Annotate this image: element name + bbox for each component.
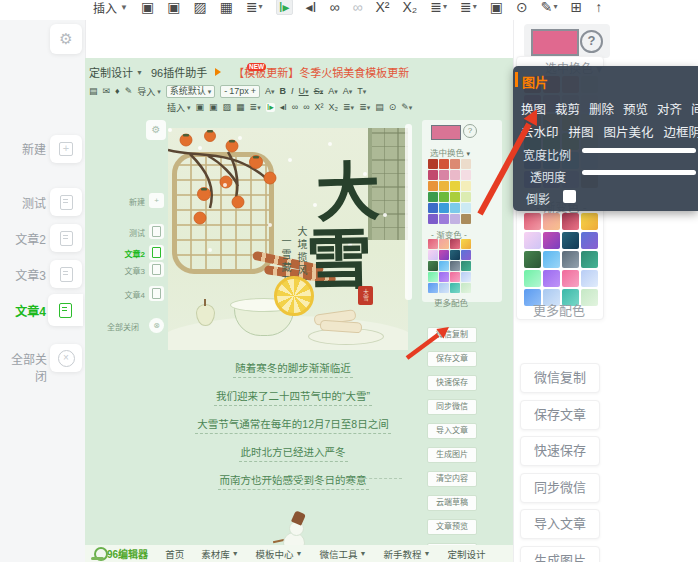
paste-icon: ▤ <box>89 87 98 96</box>
gradient-swatch[interactable] <box>562 213 579 230</box>
gradient-swatch[interactable] <box>581 270 598 287</box>
window-lattice-artwork <box>172 152 274 274</box>
selected-article-screenshot-image[interactable]: 定制设计▼ 96插件助手NEW 【模板更新】冬季火锅美食模板更新 ▤✉♦✎ 导入… <box>85 58 513 562</box>
new-article-tab[interactable]: + <box>50 135 82 163</box>
mail-icon: ✉ <box>103 87 111 96</box>
gradient-swatch[interactable] <box>524 213 541 230</box>
gradient-swatch[interactable] <box>581 213 598 230</box>
mini-close-all-tab: ⊗ <box>149 318 164 333</box>
mini-new-tab: + <box>149 193 164 208</box>
mini-action-button: 同步微信 <box>427 399 477 415</box>
mini-gradient-swatch <box>428 283 438 293</box>
persimmon-branch-artwork <box>168 128 318 238</box>
gradient-swatch[interactable] <box>543 213 560 230</box>
unordered-list-icon[interactable]: ≣▾ <box>460 0 477 14</box>
mini-action-button: 云端草稿 <box>427 495 477 511</box>
indent-decrease-icon[interactable]: ◂I▾ <box>306 0 317 14</box>
mini-footer-menu-item: 定制设计▼ <box>447 547 485 561</box>
chevron-down-icon: ▾ <box>473 3 477 11</box>
article-tab-4-active[interactable] <box>48 294 83 326</box>
selected-color-swatch[interactable] <box>531 29 579 56</box>
image-action-link[interactable]: 预览 <box>623 99 648 118</box>
gradient-swatch[interactable] <box>562 270 579 287</box>
cured-meat-artwork <box>264 265 337 284</box>
mini-color-panel <box>422 120 502 302</box>
mini-article-tab <box>149 262 164 277</box>
image-action-link[interactable]: 去水印 <box>521 122 559 141</box>
ordered-list-icon[interactable]: ≣▾ <box>430 0 447 14</box>
opacity-slider[interactable] <box>582 170 696 175</box>
lemon-slice-artwork <box>274 276 314 316</box>
action-button[interactable]: 微信复制 <box>520 363 600 393</box>
mini-gradient-swatch <box>428 239 438 249</box>
gradient-swatch[interactable] <box>543 251 560 268</box>
grid-layout-icon[interactable]: ⊞▾ <box>570 0 582 14</box>
arrow-up-icon[interactable]: ↑▾ <box>595 0 602 14</box>
underline-icon: U▾ <box>299 87 309 96</box>
table-icon[interactable]: ▦▾ <box>220 0 233 14</box>
gradient-swatch[interactable] <box>524 270 541 287</box>
article-tab-test[interactable] <box>50 188 82 216</box>
find-replace-icon[interactable]: ⊙▾ <box>516 0 528 14</box>
image-action-link[interactable]: 换图 <box>521 99 546 118</box>
article-tab-2[interactable] <box>50 224 82 252</box>
action-button[interactable]: 保存文章 <box>520 400 600 430</box>
settings-tab[interactable]: ⚙ <box>50 24 82 54</box>
door-artwork <box>368 128 408 240</box>
gradient-swatch[interactable] <box>543 232 560 249</box>
reflection-checkbox[interactable] <box>563 190 576 203</box>
subscript-icon[interactable]: X₂▾ <box>402 0 417 14</box>
chevron-down-icon: ▾ <box>259 3 263 11</box>
mini-color-swatch <box>461 192 471 202</box>
mini-toolbar-row2: 插入▾ ▣▾▣▾▨▾▦▾≣▾I▸▾◂I▾∞▾∞▾X²▾X₂▾≣▾≣▾▤▾⊙▾✎▾ <box>167 101 412 114</box>
text-image-layout-icon[interactable]: ▣▾ <box>490 0 503 14</box>
link-icon[interactable]: ∞▾ <box>329 0 339 14</box>
image-action-link[interactable]: 裁剪 <box>555 99 580 118</box>
gradient-swatch[interactable] <box>543 270 560 287</box>
gradient-swatch[interactable] <box>581 232 598 249</box>
pattern-fill-icon[interactable]: ▨▾ <box>193 0 206 14</box>
gradient-swatch[interactable] <box>524 251 541 268</box>
clipboard-icon: ▤▾ <box>375 103 384 112</box>
image-action-link[interactable]: 图片美化 <box>604 122 654 141</box>
mini-gradient-swatch <box>461 272 471 282</box>
action-button[interactable]: 生成图片 <box>520 546 600 562</box>
action-button[interactable]: 导入文章 <box>520 509 600 539</box>
mini-article-tab <box>149 286 164 301</box>
line-height-icon[interactable]: ≣▾ <box>246 0 263 14</box>
yam-artwork <box>320 320 363 334</box>
mini-solid-palette <box>428 159 471 224</box>
gradient-swatch[interactable] <box>524 232 541 249</box>
mini-toolbar-row1: ▤✉♦✎ 导入▾ 系统默认▾ -17px+ A▾B▾I▾U▾S▾A▾A▾T▾ <box>89 85 366 98</box>
gradient-swatch[interactable] <box>562 251 579 268</box>
article-tab-3[interactable] <box>50 260 82 288</box>
unlink-icon[interactable]: ∞▾ <box>352 0 362 14</box>
superscript-icon[interactable]: X²▾ <box>375 0 389 14</box>
indent-increase-icon[interactable]: I▸▾ <box>276 0 293 15</box>
mini-gradient-palette <box>428 239 471 293</box>
insert-dropdown[interactable]: 插入▼ <box>93 0 128 16</box>
mini-color-swatch <box>428 181 438 191</box>
magic-wand-icon[interactable]: ✎▾ <box>541 0 558 14</box>
image-actions-row2: 去水印拼图图片美化边框阴影 <box>521 122 698 141</box>
image-action-link[interactable]: 边框阴影 <box>664 122 698 141</box>
mini-gradient-swatch <box>428 272 438 282</box>
gradient-swatch[interactable] <box>562 232 579 249</box>
action-button[interactable]: 快速保存 <box>520 436 600 466</box>
more-colors-link[interactable]: 更多配色 <box>533 300 585 319</box>
action-button[interactable]: 同步微信 <box>520 473 600 503</box>
mini-gradient-swatch <box>461 261 471 271</box>
image-alt-icon[interactable]: ▣▾ <box>167 0 180 14</box>
image-action-link[interactable]: 对齐 <box>657 99 682 118</box>
image-icon[interactable]: ▣▾ <box>141 0 154 14</box>
image-action-link[interactable]: 删除 <box>589 99 614 118</box>
close-all-tab[interactable]: × <box>50 344 82 372</box>
popup-title-bar <box>515 72 518 87</box>
unlink-icon: ∞▾ <box>303 103 309 112</box>
image-action-link[interactable]: 拼图 <box>569 122 594 141</box>
bg-color-icon: A▾ <box>328 87 338 96</box>
image-action-link[interactable]: 间距 <box>691 99 698 118</box>
width-ratio-slider[interactable] <box>582 148 696 153</box>
gradient-swatch[interactable] <box>581 251 598 268</box>
help-icon[interactable]: ? <box>580 30 603 53</box>
